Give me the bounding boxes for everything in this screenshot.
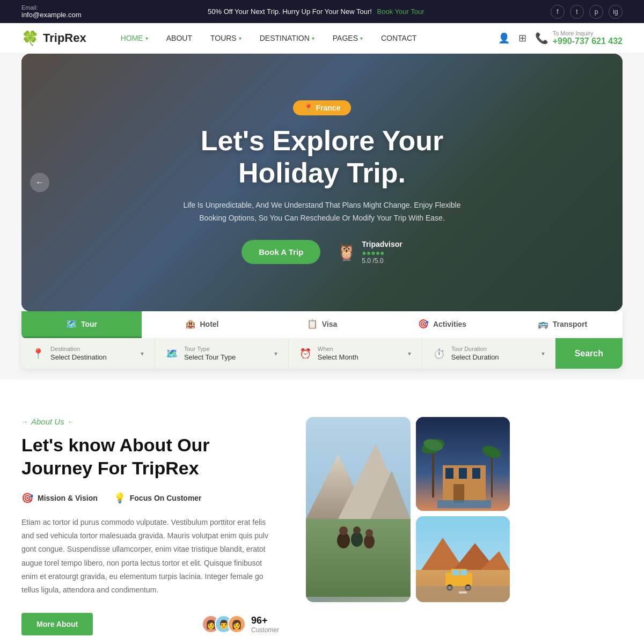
hero-title: Let's Explore Your Holiday Trip. bbox=[172, 125, 472, 189]
tour-icon: 🗺️ bbox=[66, 319, 77, 329]
when-field[interactable]: ⏰ When Select Month ▾ bbox=[289, 338, 422, 369]
photo-grid bbox=[306, 417, 510, 514]
promo-text: 50% Off Your Next Trip. Hurry Up For You… bbox=[208, 8, 372, 16]
visa-icon: 📋 bbox=[307, 319, 318, 329]
email-info: Email: info@example.com bbox=[21, 4, 81, 19]
nav-home[interactable]: HOME ▾ bbox=[113, 30, 156, 47]
duration-arrow: ▾ bbox=[541, 350, 545, 357]
promo-link[interactable]: Book Your Tour bbox=[377, 8, 425, 16]
tab-activities[interactable]: 🎯 Activities bbox=[382, 311, 502, 338]
tab-transport[interactable]: 🚌 Transport bbox=[502, 311, 623, 338]
tour-type-icon: 🗺️ bbox=[166, 348, 178, 360]
twitter-icon[interactable]: t bbox=[570, 5, 584, 19]
facebook-icon[interactable]: f bbox=[551, 5, 565, 19]
destination-value: Select Destination bbox=[50, 353, 107, 361]
nav-about[interactable]: ABOUT bbox=[159, 30, 200, 47]
user-icon[interactable]: 👤 bbox=[498, 32, 510, 44]
promo-bar: 50% Off Your Next Trip. Hurry Up For You… bbox=[81, 8, 551, 16]
phone-icon: 📞 bbox=[535, 32, 548, 45]
resort-svg bbox=[416, 417, 510, 511]
hero-prev-button[interactable]: ← bbox=[30, 173, 49, 192]
destination-icon: 📍 bbox=[32, 348, 44, 360]
svg-rect-15 bbox=[491, 455, 493, 497]
tripadvisor-icon: 🦉 bbox=[336, 243, 356, 261]
nav-tours-arrow: ▾ bbox=[239, 35, 241, 41]
logo[interactable]: 🍀 TripRex bbox=[21, 30, 86, 47]
about-features: 🎯 Mission & Vision 💡 Focus On Customer bbox=[21, 492, 279, 504]
destination-field[interactable]: 📍 Destination Select Destination ▾ bbox=[21, 338, 155, 369]
customer-focus-feature: 💡 Focus On Customer bbox=[114, 492, 202, 504]
nav-pages-arrow: ▾ bbox=[360, 35, 363, 41]
duration-icon: ⏱️ bbox=[433, 348, 445, 360]
customer-number: 96+ bbox=[251, 615, 279, 626]
tour-type-field[interactable]: 🗺️ Tour Type Select Tour Type ▾ bbox=[155, 338, 289, 369]
when-arrow: ▾ bbox=[408, 350, 411, 357]
book-trip-button[interactable]: Book A Trip bbox=[241, 240, 320, 264]
tripadvisor-stars: ●●●●● bbox=[362, 248, 402, 257]
svg-rect-21 bbox=[453, 484, 464, 503]
tour-type-label: Tour Type bbox=[184, 346, 236, 352]
about-subtitle: About Us bbox=[21, 417, 279, 426]
duration-label: Tour Duration bbox=[451, 346, 499, 352]
when-icon: ⏰ bbox=[299, 348, 311, 360]
nav-pages[interactable]: PAGES ▾ bbox=[325, 30, 370, 47]
nav-destination-arrow: ▾ bbox=[312, 35, 314, 41]
svg-point-7 bbox=[351, 532, 363, 547]
top-bar: Email: info@example.com 50% Off Your Nex… bbox=[0, 0, 644, 23]
photo-desert bbox=[416, 516, 510, 602]
customer-label: Customer bbox=[251, 626, 279, 634]
pinterest-icon[interactable]: p bbox=[589, 5, 603, 19]
main-nav: HOME ▾ ABOUT TOURS ▾ DESTINATION ▾ PAGES… bbox=[113, 30, 487, 47]
destination-label: Destination bbox=[50, 346, 107, 352]
svg-rect-22 bbox=[437, 500, 491, 508]
email-label: Email: bbox=[21, 4, 81, 11]
customers-info: 👩 👨 👩 96+ Customer bbox=[202, 615, 279, 634]
when-label: When bbox=[318, 346, 358, 352]
hero-badge: 📍 France bbox=[293, 100, 352, 115]
customer-avatars: 👩 👨 👩 bbox=[202, 615, 246, 633]
svg-point-10 bbox=[365, 529, 373, 537]
more-about-button[interactable]: More About bbox=[21, 613, 93, 635]
svg-rect-12 bbox=[432, 449, 434, 497]
customer-icon: 💡 bbox=[114, 492, 126, 504]
instagram-icon[interactable]: ig bbox=[609, 5, 623, 19]
tab-visa[interactable]: 📋 Visa bbox=[262, 311, 382, 338]
nav-home-arrow: ▾ bbox=[145, 35, 148, 41]
nav-destination[interactable]: DESTINATION ▾ bbox=[252, 30, 322, 47]
nav-tours[interactable]: TOURS ▾ bbox=[203, 30, 249, 47]
phone-number[interactable]: +990-737 621 432 bbox=[553, 36, 623, 46]
hero-subtitle: Life Is Unpredictable, And We Understand… bbox=[172, 199, 472, 225]
search-button[interactable]: Search bbox=[555, 338, 623, 369]
logo-icon: 🍀 bbox=[21, 30, 39, 47]
duration-field[interactable]: ⏱️ Tour Duration Select Duration ▾ bbox=[422, 338, 555, 369]
about-section: About Us Let's know About Our Journey Fo… bbox=[0, 379, 644, 644]
grid-icon[interactable]: ⊞ bbox=[518, 32, 526, 44]
destination-arrow: ▾ bbox=[141, 350, 144, 357]
duration-value: Select Duration bbox=[451, 353, 499, 361]
activities-icon: 🎯 bbox=[418, 319, 429, 329]
nav-contact[interactable]: CONTACT bbox=[374, 30, 425, 47]
svg-rect-37 bbox=[459, 591, 467, 594]
svg-rect-18 bbox=[445, 468, 453, 479]
tripadvisor-widget: 🦉 Tripadvisor ●●●●● 5.0 /5.0 bbox=[336, 240, 402, 265]
hikers-svg bbox=[306, 417, 411, 597]
email-address[interactable]: info@example.com bbox=[21, 11, 81, 19]
tour-type-value: Select Tour Type bbox=[184, 353, 236, 361]
svg-rect-31 bbox=[460, 570, 467, 575]
svg-point-6 bbox=[339, 526, 348, 535]
desert-svg bbox=[416, 516, 510, 602]
tabs-bar: 🗺️ Tour 🏨 Hotel 📋 Visa 🎯 Activities 🚌 Tr… bbox=[21, 311, 623, 338]
svg-rect-30 bbox=[452, 570, 459, 575]
svg-point-8 bbox=[353, 526, 361, 534]
tab-hotel[interactable]: 🏨 Hotel bbox=[142, 311, 262, 338]
tab-tour[interactable]: 🗺️ Tour bbox=[21, 311, 142, 338]
svg-rect-36 bbox=[416, 586, 510, 602]
tripadvisor-rating: 5.0 /5.0 bbox=[362, 257, 402, 265]
header: 🍀 TripRex HOME ▾ ABOUT TOURS ▾ DESTINATI… bbox=[0, 23, 644, 54]
photo-resort bbox=[416, 417, 510, 511]
about-title: Let's know About Our Journey For TripRex bbox=[21, 434, 279, 479]
hero-section: ← 📍 France Let's Explore Your Holiday Tr… bbox=[21, 54, 623, 311]
svg-rect-19 bbox=[459, 468, 467, 479]
hero-actions: Book A Trip 🦉 Tripadvisor ●●●●● 5.0 /5.0 bbox=[172, 240, 472, 265]
svg-rect-20 bbox=[472, 468, 480, 479]
